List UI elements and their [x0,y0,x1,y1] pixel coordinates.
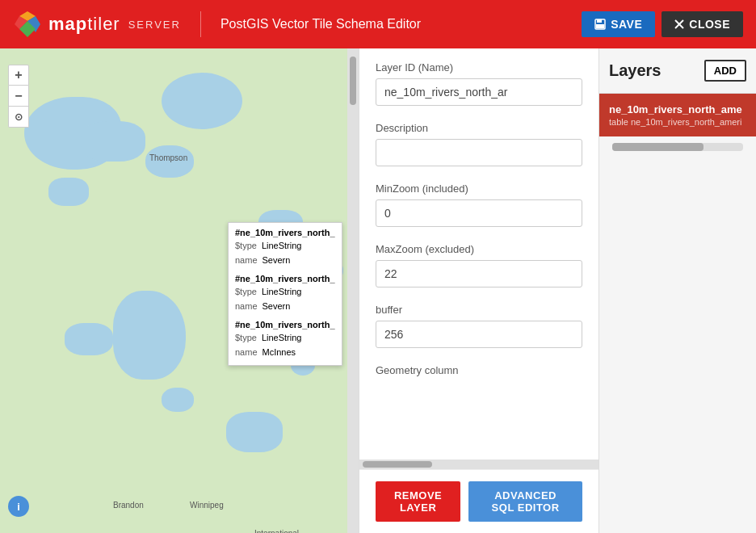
layers-header: Layers ADD [599,48,756,94]
header-buttons: SAVE CLOSE [582,11,743,37]
map-label-winnipeg: Winnipeg [190,501,224,510]
geometry-column-label: Geometry column [376,364,582,376]
layer-item[interactable]: ne_10m_rivers_north_ame table ne_10m_riv… [599,94,756,136]
min-zoom-group: MinZoom (included) [376,183,582,227]
map-label-international: International [254,529,299,533]
max-zoom-input[interactable] [376,260,582,287]
svg-rect-7 [596,24,604,28]
map-area[interactable]: Thompson Brandon Winnipeg International … [0,48,347,533]
min-zoom-label: MinZoom (included) [376,183,582,195]
h-scrollbar-thumb [363,461,432,468]
advanced-sql-button[interactable]: ADVANCED SQL EDITOR [468,481,582,522]
svg-rect-6 [597,19,602,23]
description-input[interactable] [376,139,582,166]
map-label-brandon: Brandon [113,501,144,510]
layer-id-group: Layer ID (Name) [376,61,582,106]
main-content: Thompson Brandon Winnipeg International … [0,48,756,533]
logo-text: maptiler [48,14,120,35]
layer-id-input[interactable] [376,78,582,106]
save-button[interactable]: SAVE [582,11,655,37]
tooltip-header-2: #ne_10m_rivers_north_ [235,274,335,283]
add-layer-button[interactable]: ADD [704,60,746,82]
tooltip-header-3: #ne_10m_rivers_north_ [235,320,335,329]
buffer-label: buffer [376,304,582,316]
save-icon [594,19,606,30]
buffer-group: buffer [376,304,582,348]
description-group: Description [376,122,582,166]
action-bar: REMOVE LAYER ADVANCED SQL EDITOR [359,469,598,533]
layer-item-name: ne_10m_rivers_north_ame [609,103,746,115]
close-button[interactable]: CLOSE [662,11,743,37]
map-controls: + − ⊙ [8,65,29,128]
page-title: PostGIS Vector Tile Schema Editor [220,17,572,31]
maptiler-logo-icon [13,10,42,39]
remove-layer-button[interactable]: REMOVE LAYER [376,481,460,522]
tooltip-header-1: #ne_10m_rivers_north_ [235,228,335,237]
header-divider [200,11,201,37]
editor-scroll-area[interactable]: Layer ID (Name) Description MinZoom (inc… [359,48,598,460]
zoom-out-button[interactable]: − [8,86,29,107]
editor-horizontal-scrollbar[interactable] [359,460,598,469]
reset-north-button[interactable]: ⊙ [8,107,29,128]
layer-item-sub: table ne_10m_rivers_north_ameri [609,117,746,127]
editor-panel: Layer ID (Name) Description MinZoom (inc… [359,48,598,533]
max-zoom-group: MaxZoom (excluded) [376,243,582,287]
close-icon [674,19,684,29]
map-tooltip: #ne_10m_rivers_north_ $type LineString n… [228,222,342,366]
logo-server: SERVER [128,19,181,31]
app-header: maptiler SERVER PostGIS Vector Tile Sche… [0,0,756,48]
layers-panel: Layers ADD ne_10m_rivers_north_ame table… [598,48,756,533]
geometry-column-group: Geometry column [376,364,582,376]
layers-scroll-thumb [612,143,704,151]
map-label-thompson: Thompson [149,153,187,162]
max-zoom-label: MaxZoom (excluded) [376,243,582,255]
scrollbar-thumb [350,57,356,105]
layer-id-label: Layer ID (Name) [376,61,582,73]
editor-vertical-scrollbar[interactable] [347,48,359,533]
map-info-button[interactable]: i [8,496,29,517]
zoom-in-button[interactable]: + [8,65,29,86]
logo: maptiler SERVER [13,10,181,39]
buffer-input[interactable] [376,321,582,348]
layers-scrollbar[interactable] [612,143,743,151]
min-zoom-input[interactable] [376,199,582,227]
description-label: Description [376,122,582,134]
layers-title: Layers [609,61,662,80]
